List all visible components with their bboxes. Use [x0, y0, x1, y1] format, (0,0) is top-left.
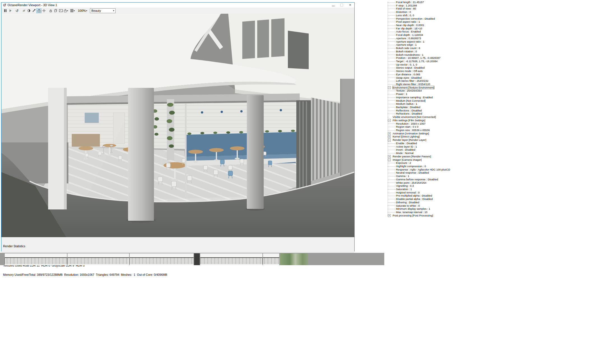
inspector-row[interactable]: Medium [Not Connected] [384, 99, 440, 102]
expand-toggle[interactable]: − [388, 119, 391, 122]
inspector-row[interactable]: Pre-multiplied alpha : Disabled [384, 194, 440, 197]
inspector-row[interactable]: Disable partial alpha : Disabled [384, 197, 440, 201]
close-button[interactable]: × [346, 3, 354, 8]
inspector-row[interactable]: Texture : 254/254/254 [384, 89, 440, 92]
inspector-row[interactable]: Pixel aspect ratio : 1 [384, 20, 440, 24]
start-render-button[interactable] [8, 8, 13, 13]
lock-viewport-button[interactable] [48, 8, 53, 13]
inspector-row[interactable]: Refractions : Disabled [384, 112, 440, 115]
inspector-row[interactable]: Swap eyes : Disabled [384, 76, 440, 80]
inspector-row[interactable]: − Film settings [Film Settings] [384, 119, 440, 122]
autofocus-picker-button[interactable]: af [21, 8, 26, 13]
inspector-row[interactable]: Medium radius : 1 [384, 102, 440, 106]
inspector-row[interactable]: Region start : 0 x 0 [384, 125, 440, 129]
inspector-row[interactable]: Hotpixel removal : 0 [384, 191, 440, 194]
inspector-row[interactable]: − Imager [Camera Imager] [384, 158, 440, 162]
material-picker-button[interactable] [31, 8, 36, 13]
expand-toggle[interactable]: − [388, 139, 391, 142]
inspector-row[interactable]: Gamma : 1 [384, 174, 440, 178]
export-menu-button[interactable]: ▾ [63, 8, 68, 13]
inspector-row[interactable]: Enable : Disabled [384, 142, 440, 145]
expand-toggle[interactable]: + [388, 214, 391, 217]
expand-toggle[interactable]: + [388, 136, 391, 138]
inspector-row[interactable]: Stereo mode : Off-axis [384, 69, 440, 73]
maximize-button[interactable] [337, 3, 346, 8]
inspector-row[interactable]: Up-vector : 0, 1, 0 [384, 63, 440, 66]
inspector-row[interactable]: Distortion : 0 [384, 10, 440, 14]
inspector-row[interactable]: F-stop : 1.201288 [384, 4, 440, 7]
inspector-row[interactable]: Near clip depth : 0.0001 [384, 24, 440, 27]
minimize-button[interactable] [329, 3, 337, 8]
pause-render-button[interactable] [3, 8, 8, 13]
render-viewport[interactable] [1, 14, 354, 237]
pan-mode-button[interactable] [41, 8, 46, 13]
inspector-row[interactable]: Importance sampling : Enabled [384, 96, 440, 99]
background-window-thumbnail[interactable] [67, 253, 129, 265]
inspector-row[interactable]: Focal depth : 1.118034 [384, 33, 440, 37]
inspector-row[interactable]: Aperture aspect ratio : 1 [384, 40, 440, 43]
display-mode-menu-button[interactable]: ▾ [70, 8, 75, 13]
inspector-row[interactable]: Response : Agfa - Agfacolor HDC 100 plus… [384, 168, 440, 171]
inspector-row[interactable]: Eye distance : 0.065 [384, 73, 440, 76]
background-window-thumbnail[interactable] [200, 253, 262, 265]
inspector-row[interactable]: Aperture : 0.8928573 [384, 37, 440, 40]
inspector-row[interactable]: Right stereo filter : 0/254/120 [384, 83, 440, 86]
inspector-row[interactable]: Perspective correction : Disabled [384, 17, 440, 20]
inspector-row[interactable]: Neutral response : Disabled [384, 171, 440, 174]
inspector-row[interactable]: + Kernel [Direct Lighting] [384, 135, 440, 138]
inspector-row[interactable]: + Post processing [Post Processing] [384, 214, 440, 217]
inspector-row[interactable]: + Render passes [Render Passes] [384, 155, 440, 158]
titlebar[interactable]: OctaneRender Viewport - 3D View 1 × [1, 3, 354, 8]
inspector-row[interactable]: Resolution : 1693 x 1067 [384, 122, 440, 125]
background-window-thumbnail[interactable] [280, 253, 308, 265]
inspector-row[interactable]: Target : -6.117928, 1.75, -16.20084 [384, 60, 440, 63]
inspector-row[interactable]: Focal length : 21.45157 [384, 1, 440, 4]
background-window-thumbnail[interactable] [194, 253, 200, 265]
inspector-row[interactable]: + Animation [Animation Settings] [384, 132, 440, 135]
inspector-row[interactable]: Stereo output : Disabled [384, 66, 440, 69]
background-window-thumbnail[interactable] [263, 253, 279, 265]
inspector-row[interactable]: − Render layer [Render Layer] [384, 138, 440, 142]
inspector-row[interactable]: Exposure : 2 [384, 161, 440, 165]
save-image-button[interactable] [58, 8, 63, 13]
zoom-level-dropdown[interactable]: 100%▾ [78, 9, 87, 12]
inspector-row[interactable]: Field of view : 80 [384, 7, 440, 10]
background-window-thumbnail[interactable] [130, 253, 194, 265]
inspector-row[interactable]: Far clip depth : 1E+10 [384, 27, 440, 30]
inspector-row[interactable]: Position : 19.99607, 1.75, -0.4828387 [384, 56, 440, 60]
inspector-row[interactable]: Gamma before response : Disabled [384, 178, 440, 181]
render-pass-select[interactable]: Beauty ▾ [90, 8, 116, 13]
inspector-row[interactable]: Bokeh roundedness : 1 [384, 53, 440, 57]
inspector-row[interactable]: Mode : Normal [384, 151, 440, 155]
inspector-row[interactable]: Region size : 65536 x 65536 [384, 129, 440, 132]
inspector-row[interactable]: White point : 254/254/254 [384, 181, 440, 185]
expand-toggle[interactable]: + [388, 155, 391, 158]
inspector-row[interactable]: Reflections : Disabled [384, 109, 440, 112]
inspector-row[interactable]: Left stereo filter : 254/0/232 [384, 79, 440, 83]
copy-image-button[interactable] [53, 8, 58, 13]
expand-toggle[interactable]: − [388, 86, 391, 89]
inspector-row[interactable]: − Environment [Texture Environment] [384, 86, 440, 89]
inspector-row[interactable]: Minimum display samples : 1 [384, 207, 440, 211]
inspector-row[interactable]: Backplate : Disabled [384, 106, 440, 109]
inspector-row[interactable]: Visible environment [Not Connected] [384, 115, 440, 119]
inspector-row[interactable]: Auto-focus : Enabled [384, 30, 440, 33]
inspector-row[interactable]: Aperture edge : 1 [384, 43, 440, 46]
inspector-row[interactable]: Invert : Disabled [384, 148, 440, 151]
inspector-row[interactable]: Lens shift : 0, 0 [384, 14, 440, 17]
inspector-row[interactable]: Dithering : Disabled [384, 201, 440, 204]
expand-toggle[interactable]: + [388, 132, 391, 135]
inspector-row[interactable]: Max. tonemap interval : 10 [384, 211, 440, 214]
inspector-row[interactable]: Saturation : 1 [384, 188, 440, 191]
expand-toggle[interactable]: − [388, 158, 391, 161]
inspector-row[interactable]: Bokeh rotation : 0 [384, 50, 440, 53]
inspector-row[interactable]: Power : 1 [384, 92, 440, 96]
camera-mode-button[interactable] [36, 8, 41, 13]
white-balance-picker-button[interactable] [26, 8, 31, 13]
inspector-row[interactable]: Bokeh side count : 6 [384, 46, 440, 50]
inspector-row[interactable]: Saturate to white : 0 [384, 204, 440, 207]
background-window-thumbnail[interactable] [5, 253, 67, 265]
restart-render-button[interactable]: ↺ [15, 8, 20, 13]
inspector-row[interactable]: Vignetting : 0.3 [384, 184, 440, 188]
inspector-row[interactable]: Active layer ID : 1 [384, 145, 440, 148]
